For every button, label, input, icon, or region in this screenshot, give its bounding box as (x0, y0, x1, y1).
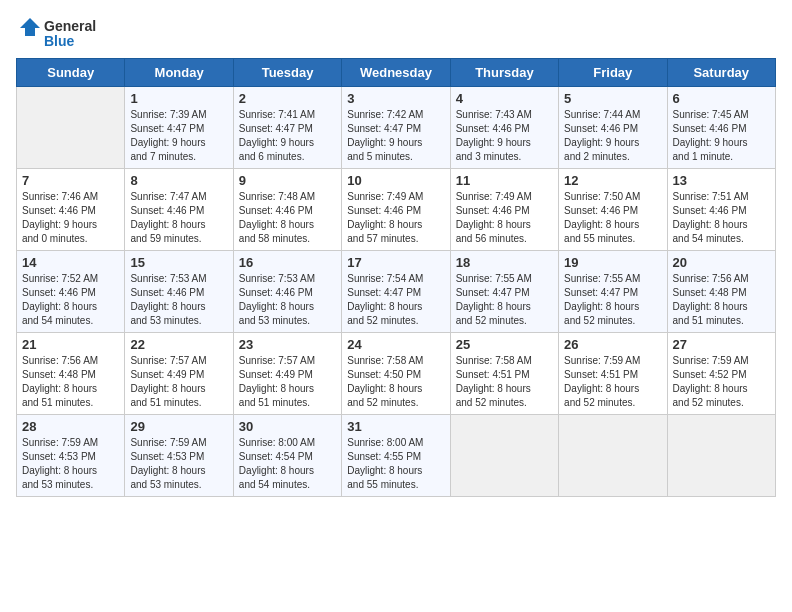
cell-info: Sunrise: 7:51 AM (673, 190, 770, 204)
cell-info: Sunset: 4:46 PM (456, 204, 553, 218)
cell-info: Sunrise: 7:57 AM (239, 354, 336, 368)
day-number: 13 (673, 173, 770, 188)
day-header-wednesday: Wednesday (342, 59, 450, 87)
cell-info: and 0 minutes. (22, 232, 119, 246)
cell-info: and 52 minutes. (564, 314, 661, 328)
cell-info: and 7 minutes. (130, 150, 227, 164)
calendar-cell: 2Sunrise: 7:41 AMSunset: 4:47 PMDaylight… (233, 87, 341, 169)
cell-info: Daylight: 8 hours (130, 218, 227, 232)
cell-info: Daylight: 9 hours (564, 136, 661, 150)
calendar-cell: 22Sunrise: 7:57 AMSunset: 4:49 PMDayligh… (125, 333, 233, 415)
day-number: 4 (456, 91, 553, 106)
day-number: 12 (564, 173, 661, 188)
day-number: 14 (22, 255, 119, 270)
calendar-cell (17, 87, 125, 169)
cell-info: Daylight: 8 hours (673, 218, 770, 232)
logo: GeneralBlue (16, 16, 116, 50)
cell-info: Sunset: 4:46 PM (564, 204, 661, 218)
cell-info: Sunset: 4:54 PM (239, 450, 336, 464)
day-number: 3 (347, 91, 444, 106)
day-header-friday: Friday (559, 59, 667, 87)
cell-info: Sunset: 4:46 PM (22, 204, 119, 218)
cell-info: Daylight: 9 hours (456, 136, 553, 150)
cell-info: Sunset: 4:46 PM (22, 286, 119, 300)
cell-info: Sunrise: 7:58 AM (347, 354, 444, 368)
day-header-monday: Monday (125, 59, 233, 87)
cell-info: Sunset: 4:49 PM (130, 368, 227, 382)
day-number: 24 (347, 337, 444, 352)
day-number: 30 (239, 419, 336, 434)
cell-info: Daylight: 8 hours (456, 300, 553, 314)
cell-info: Daylight: 8 hours (130, 464, 227, 478)
cell-info: Sunrise: 7:53 AM (239, 272, 336, 286)
cell-info: Sunrise: 8:00 AM (239, 436, 336, 450)
day-number: 27 (673, 337, 770, 352)
cell-info: Sunset: 4:46 PM (564, 122, 661, 136)
day-number: 18 (456, 255, 553, 270)
cell-info: Daylight: 8 hours (347, 382, 444, 396)
cell-info: Daylight: 8 hours (22, 300, 119, 314)
calendar-cell: 18Sunrise: 7:55 AMSunset: 4:47 PMDayligh… (450, 251, 558, 333)
cell-info: Daylight: 8 hours (130, 382, 227, 396)
cell-info: Daylight: 8 hours (239, 382, 336, 396)
calendar-cell: 25Sunrise: 7:58 AMSunset: 4:51 PMDayligh… (450, 333, 558, 415)
cell-info: Sunset: 4:46 PM (456, 122, 553, 136)
calendar-cell: 31Sunrise: 8:00 AMSunset: 4:55 PMDayligh… (342, 415, 450, 497)
cell-info: Sunset: 4:47 PM (456, 286, 553, 300)
day-number: 31 (347, 419, 444, 434)
cell-info: Sunrise: 7:55 AM (456, 272, 553, 286)
calendar-cell (559, 415, 667, 497)
cell-info: Sunset: 4:48 PM (22, 368, 119, 382)
cell-info: Sunrise: 8:00 AM (347, 436, 444, 450)
cell-info: and 52 minutes. (456, 314, 553, 328)
cell-info: Sunrise: 7:59 AM (22, 436, 119, 450)
calendar-cell (667, 415, 775, 497)
cell-info: Daylight: 8 hours (564, 300, 661, 314)
cell-info: Daylight: 8 hours (673, 382, 770, 396)
cell-info: and 52 minutes. (456, 396, 553, 410)
day-number: 2 (239, 91, 336, 106)
day-number: 21 (22, 337, 119, 352)
calendar-table: SundayMondayTuesdayWednesdayThursdayFrid… (16, 58, 776, 497)
cell-info: Sunrise: 7:41 AM (239, 108, 336, 122)
cell-info: Sunset: 4:46 PM (673, 122, 770, 136)
day-header-saturday: Saturday (667, 59, 775, 87)
day-number: 19 (564, 255, 661, 270)
cell-info: and 1 minute. (673, 150, 770, 164)
cell-info: and 56 minutes. (456, 232, 553, 246)
day-number: 1 (130, 91, 227, 106)
cell-info: Daylight: 8 hours (347, 300, 444, 314)
cell-info: and 51 minutes. (239, 396, 336, 410)
cell-info: Daylight: 8 hours (673, 300, 770, 314)
day-number: 28 (22, 419, 119, 434)
cell-info: and 3 minutes. (456, 150, 553, 164)
calendar-cell: 12Sunrise: 7:50 AMSunset: 4:46 PMDayligh… (559, 169, 667, 251)
svg-marker-0 (20, 18, 40, 28)
calendar-cell: 14Sunrise: 7:52 AMSunset: 4:46 PMDayligh… (17, 251, 125, 333)
calendar-cell: 30Sunrise: 8:00 AMSunset: 4:54 PMDayligh… (233, 415, 341, 497)
calendar-cell: 8Sunrise: 7:47 AMSunset: 4:46 PMDaylight… (125, 169, 233, 251)
cell-info: and 51 minutes. (673, 314, 770, 328)
cell-info: Sunrise: 7:50 AM (564, 190, 661, 204)
cell-info: Sunset: 4:47 PM (239, 122, 336, 136)
day-number: 15 (130, 255, 227, 270)
cell-info: Sunrise: 7:52 AM (22, 272, 119, 286)
day-number: 11 (456, 173, 553, 188)
calendar-cell: 16Sunrise: 7:53 AMSunset: 4:46 PMDayligh… (233, 251, 341, 333)
calendar-cell: 13Sunrise: 7:51 AMSunset: 4:46 PMDayligh… (667, 169, 775, 251)
cell-info: Sunset: 4:51 PM (456, 368, 553, 382)
cell-info: Daylight: 8 hours (347, 464, 444, 478)
day-header-sunday: Sunday (17, 59, 125, 87)
cell-info: Sunset: 4:52 PM (673, 368, 770, 382)
calendar-cell: 29Sunrise: 7:59 AMSunset: 4:53 PMDayligh… (125, 415, 233, 497)
cell-info: Sunset: 4:47 PM (564, 286, 661, 300)
cell-info: Daylight: 8 hours (564, 218, 661, 232)
day-header-tuesday: Tuesday (233, 59, 341, 87)
svg-text:General: General (44, 18, 96, 34)
day-number: 29 (130, 419, 227, 434)
day-number: 20 (673, 255, 770, 270)
cell-info: Daylight: 8 hours (456, 382, 553, 396)
calendar-cell: 6Sunrise: 7:45 AMSunset: 4:46 PMDaylight… (667, 87, 775, 169)
cell-info: and 52 minutes. (564, 396, 661, 410)
cell-info: Daylight: 8 hours (456, 218, 553, 232)
